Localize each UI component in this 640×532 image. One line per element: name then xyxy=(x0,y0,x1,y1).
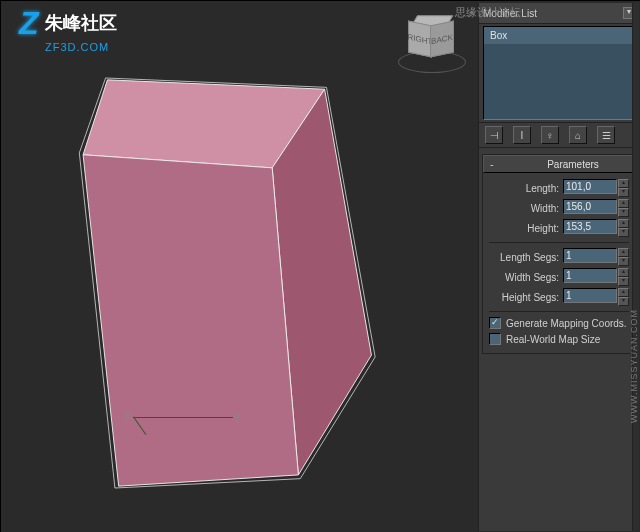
collapse-icon: - xyxy=(490,158,498,170)
spinner-up-icon[interactable]: ▴ xyxy=(618,248,629,257)
logo-text-cn: 朱峰社区 xyxy=(45,14,117,32)
height-input[interactable] xyxy=(563,219,617,234)
viewcube-back[interactable]: BACK xyxy=(430,20,454,57)
width-segs-label: Width Segs: xyxy=(505,272,559,283)
show-end-result-button[interactable]: I xyxy=(513,126,531,144)
watermark-side: WWW.MISSYUAN.COM xyxy=(629,309,639,423)
spinner-down-icon[interactable]: ▾ xyxy=(618,208,629,217)
watermark-top: 思缘设计论坛 xyxy=(455,5,521,20)
perspective-viewport[interactable]: x y RIGHT BACK xyxy=(3,3,476,531)
height-segs-input[interactable] xyxy=(563,288,617,303)
viewcube-right[interactable]: RIGHT xyxy=(408,20,432,57)
spinner-down-icon[interactable]: ▾ xyxy=(618,297,629,306)
axis-gizmo: x y xyxy=(133,407,233,437)
height-segs-label: Height Segs: xyxy=(502,292,559,303)
box-primitive[interactable] xyxy=(51,63,411,503)
configure-sets-button[interactable]: ☰ xyxy=(597,126,615,144)
spinner-up-icon[interactable]: ▴ xyxy=(618,179,629,188)
spinner-up-icon[interactable]: ▴ xyxy=(618,199,629,208)
panel-scrollbar[interactable] xyxy=(632,3,639,531)
modify-panel: Modifier List ▾ Box ⊣ I ♀ ⌂ ☰ - Paramete… xyxy=(478,3,639,531)
real-world-checkbox[interactable]: Real-World Map Size xyxy=(489,333,629,345)
pin-stack-button[interactable]: ⊣ xyxy=(485,126,503,144)
logo-mark: Z xyxy=(19,7,39,39)
axis-y-label: y xyxy=(235,410,240,421)
spinner-down-icon[interactable]: ▾ xyxy=(618,228,629,237)
make-unique-button[interactable]: ♀ xyxy=(541,126,559,144)
generate-mapping-checkbox[interactable]: ✓ Generate Mapping Coords. xyxy=(489,317,629,329)
width-input[interactable] xyxy=(563,199,617,214)
length-segs-input[interactable] xyxy=(563,248,617,263)
spinner-up-icon[interactable]: ▴ xyxy=(618,268,629,277)
generate-mapping-label: Generate Mapping Coords. xyxy=(506,318,627,329)
logo: Z 朱峰社区 xyxy=(19,7,117,39)
spinner-down-icon[interactable]: ▾ xyxy=(618,277,629,286)
logo-text-sub: ZF3D.COM xyxy=(45,41,109,53)
checkbox-checked-icon: ✓ xyxy=(489,317,501,329)
length-segs-label: Length Segs: xyxy=(500,252,559,263)
length-input[interactable] xyxy=(563,179,617,194)
stack-toolbar: ⊣ I ♀ ⌂ ☰ xyxy=(479,122,639,148)
length-label: Length: xyxy=(526,183,559,194)
rollup-title: Parameters xyxy=(518,159,628,170)
spinner-up-icon[interactable]: ▴ xyxy=(618,219,629,228)
spinner-down-icon[interactable]: ▾ xyxy=(618,257,629,266)
rollup-header[interactable]: - Parameters xyxy=(483,155,635,173)
spinner-down-icon[interactable]: ▾ xyxy=(618,188,629,197)
real-world-label: Real-World Map Size xyxy=(506,334,600,345)
checkbox-unchecked-icon xyxy=(489,333,501,345)
spinner-up-icon[interactable]: ▴ xyxy=(618,288,629,297)
width-segs-input[interactable] xyxy=(563,268,617,283)
height-label: Height: xyxy=(527,223,559,234)
stack-item-box[interactable]: Box xyxy=(484,27,634,44)
modifier-stack[interactable]: Box xyxy=(483,26,635,120)
remove-modifier-button[interactable]: ⌂ xyxy=(569,126,587,144)
parameters-rollup: - Parameters Length: ▴▾ Width: ▴▾ Height… xyxy=(482,154,636,354)
axis-x-label: x xyxy=(125,410,130,421)
width-label: Width: xyxy=(531,203,559,214)
